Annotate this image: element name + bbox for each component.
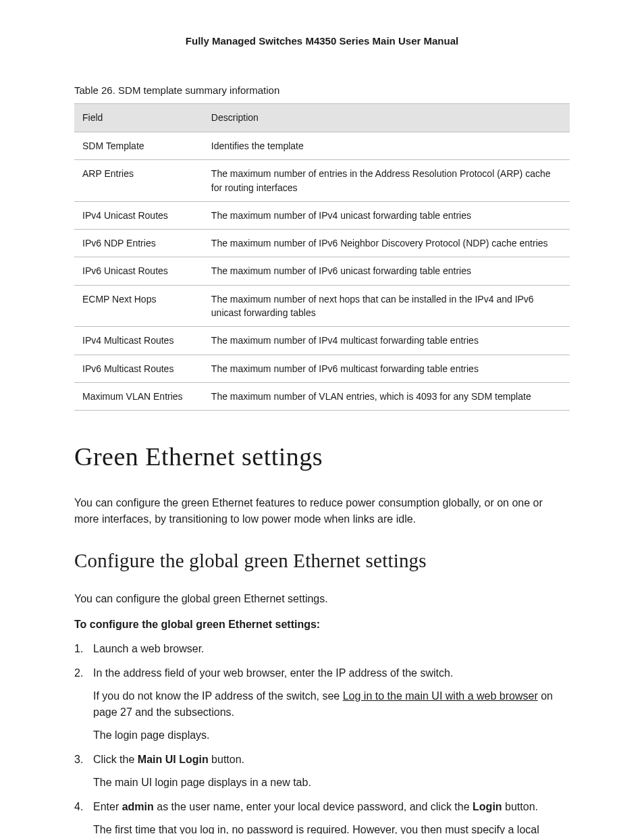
- step-subtext: The first time that you log in, no passw…: [93, 822, 570, 834]
- subsection-heading: Configure the global green Ethernet sett…: [74, 546, 570, 576]
- cell-desc: The maximum number of IPv6 unicast forwa…: [203, 257, 570, 285]
- cell-desc: The maximum number of IPv6 multicast for…: [203, 355, 570, 382]
- sdm-template-table: Field Description SDM TemplateIdentifies…: [74, 103, 570, 411]
- text-fragment: button.: [209, 754, 244, 765]
- table-caption: Table 26. SDM template summary informati…: [74, 83, 570, 99]
- cell-field: IPv6 Unicast Routes: [74, 257, 203, 285]
- step-subtext: If you do not know the IP address of the…: [93, 688, 570, 721]
- cell-desc: The maximum number of entries in the Add…: [203, 160, 570, 202]
- step-subtext: The login page displays.: [93, 727, 570, 744]
- cell-desc: Identifies the template: [203, 132, 570, 160]
- table-row: SDM TemplateIdentifies the template: [74, 132, 570, 160]
- procedure-title: To configure the global green Ethernet s…: [74, 617, 570, 633]
- section-heading: Green Ethernet settings: [74, 438, 570, 476]
- step-3: Click the Main UI Login button. The main…: [74, 752, 570, 791]
- cell-desc: The maximum number of VLAN entries, whic…: [203, 382, 570, 410]
- step-subtext: The main UI login page displays in a new…: [93, 775, 570, 791]
- cell-desc: The maximum number of IPv4 unicast forwa…: [203, 201, 570, 229]
- cell-field: SDM Template: [74, 132, 203, 160]
- cross-reference-link[interactable]: Log in to the main UI with a web browser: [343, 690, 538, 702]
- section-intro: You can configure the green Ethernet fea…: [74, 495, 570, 527]
- table-row: ARP EntriesThe maximum number of entries…: [74, 160, 570, 202]
- table-row: IPv4 Multicast RoutesThe maximum number …: [74, 327, 570, 355]
- cell-field: IPv6 Multicast Routes: [74, 355, 203, 382]
- table-row: IPv6 NDP EntriesThe maximum number of IP…: [74, 230, 570, 257]
- text-fragment: Enter: [93, 801, 122, 812]
- step-text: In the address field of your web browser…: [93, 667, 453, 679]
- column-header-description: Description: [203, 104, 570, 132]
- text-fragment: as the user name, enter your local devic…: [154, 801, 473, 812]
- document-header: Fully Managed Switches M4350 Series Main…: [74, 34, 570, 49]
- cell-field: IPv4 Multicast Routes: [74, 327, 203, 355]
- table-row: ECMP Next HopsThe maximum number of next…: [74, 285, 570, 327]
- ui-label-bold: admin: [122, 801, 154, 812]
- table-row: IPv6 Unicast RoutesThe maximum number of…: [74, 257, 570, 285]
- step-4: Enter admin as the user name, enter your…: [74, 799, 570, 834]
- subsection-lead: You can configure the global green Ether…: [74, 591, 570, 607]
- text-fragment: Click the: [93, 754, 138, 765]
- column-header-field: Field: [74, 104, 203, 132]
- table-row: IPv4 Unicast RoutesThe maximum number of…: [74, 201, 570, 229]
- cell-field: Maximum VLAN Entries: [74, 382, 203, 410]
- cell-field: ARP Entries: [74, 160, 203, 202]
- text-fragment: button.: [502, 801, 538, 812]
- table-row: Maximum VLAN EntriesThe maximum number o…: [74, 382, 570, 410]
- cell-desc: The maximum number of IPv6 Neighbor Disc…: [203, 230, 570, 257]
- cell-field: IPv4 Unicast Routes: [74, 201, 203, 229]
- step-1: Launch a web browser.: [74, 641, 570, 657]
- cell-desc: The maximum number of IPv4 multicast for…: [203, 327, 570, 355]
- cell-field: ECMP Next Hops: [74, 285, 203, 327]
- ui-label-bold: Main UI Login: [138, 754, 209, 765]
- ui-label-bold: Login: [473, 801, 502, 812]
- step-2: In the address field of your web browser…: [74, 665, 570, 744]
- table-row: IPv6 Multicast RoutesThe maximum number …: [74, 355, 570, 382]
- cell-desc: The maximum number of next hops that can…: [203, 285, 570, 327]
- text-fragment: If you do not know the IP address of the…: [93, 690, 343, 702]
- cell-field: IPv6 NDP Entries: [74, 230, 203, 257]
- procedure-steps: Launch a web browser. In the address fie…: [74, 641, 570, 834]
- step-text: Launch a web browser.: [93, 643, 205, 654]
